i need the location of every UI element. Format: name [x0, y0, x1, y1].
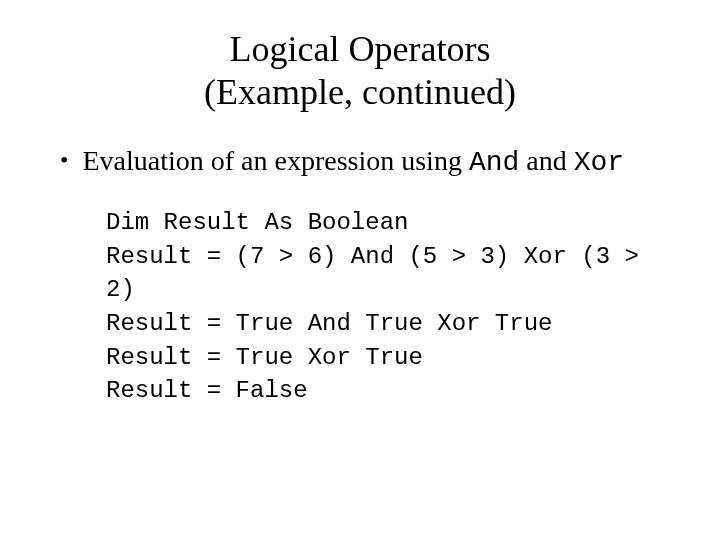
- title-line-1: Logical Operators: [230, 29, 491, 69]
- code-block: Dim Result As Boolean Result = (7 > 6) A…: [106, 206, 660, 408]
- code-line-3: Result = True And True Xor True: [106, 310, 552, 337]
- bullet-marker: •: [60, 142, 68, 178]
- code-line-5: Result = False: [106, 377, 308, 404]
- code-line-2: Result = (7 > 6) And (5 > 3) Xor (3 > 2): [106, 243, 653, 304]
- bullet-text: Evaluation of an expression using And an…: [82, 142, 670, 182]
- bullet-keyword-xor: Xor: [574, 147, 624, 178]
- bullet-item: • Evaluation of an expression using And …: [60, 142, 670, 182]
- slide-title: Logical Operators (Example, continued): [50, 28, 670, 114]
- slide: Logical Operators (Example, continued) •…: [0, 0, 720, 540]
- title-line-2: (Example, continued): [204, 72, 516, 112]
- bullet-mid: and: [519, 145, 573, 176]
- code-line-1: Dim Result As Boolean: [106, 209, 408, 236]
- bullet-keyword-and: And: [469, 147, 519, 178]
- code-line-4: Result = True Xor True: [106, 344, 423, 371]
- bullet-pre: Evaluation of an expression using: [82, 145, 468, 176]
